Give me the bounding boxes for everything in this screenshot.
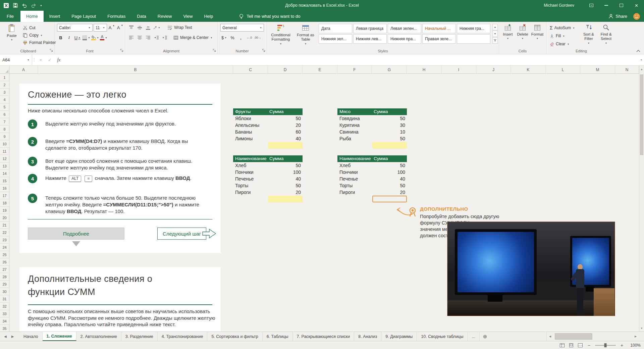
- row-header-12[interactable]: 12: [0, 155, 9, 162]
- zoom-level[interactable]: 100%: [628, 343, 641, 348]
- alignment-dialog-launcher[interactable]: [212, 48, 216, 52]
- bold-button[interactable]: B: [57, 34, 64, 41]
- expand-formula-bar-button[interactable]: ▼: [639, 54, 644, 65]
- scroll-up-button[interactable]: ▲: [639, 66, 644, 72]
- merge-center-button[interactable]: Merge & Center▼: [172, 34, 214, 41]
- row-header-3[interactable]: 3: [0, 89, 9, 96]
- next-step-button[interactable]: Следующий шаг: [157, 228, 206, 240]
- sheet-tab-5. Сортировка и фильтр[interactable]: 5. Сортировка и фильтр: [207, 332, 262, 341]
- zoom-slider[interactable]: [595, 345, 616, 346]
- tell-me-box[interactable]: Tell me what you want to do: [239, 11, 300, 22]
- answer-cell-yellow[interactable]: [268, 142, 303, 149]
- fill-button[interactable]: Fill▼: [548, 32, 566, 40]
- cell-style-option[interactable]: Левая граница: [353, 24, 387, 33]
- find-select-button[interactable]: Find & Select▼: [597, 24, 615, 44]
- sheet-tab-4. Транспонирование[interactable]: 4. Транспонирование: [158, 332, 208, 341]
- page-break-view-button[interactable]: [578, 343, 583, 348]
- row-header-10[interactable]: 10: [0, 140, 9, 148]
- insert-cells-button[interactable]: Insert▼: [500, 24, 515, 40]
- more-details-button[interactable]: Подробнее: [28, 228, 124, 240]
- autosum-button[interactable]: ΣAutoSum▼: [548, 24, 576, 32]
- underline-button[interactable]: U▼: [74, 34, 81, 41]
- sheet-tab-10. Сводные таблицы[interactable]: 10. Сводные таблицы: [417, 332, 468, 341]
- wrap-text-button[interactable]: Wrap Text: [166, 24, 194, 31]
- row-header-33[interactable]: 33: [0, 310, 9, 317]
- decrease-indent-button[interactable]: [153, 34, 160, 41]
- close-button[interactable]: ×: [629, 0, 644, 11]
- row-header-31[interactable]: 31: [0, 295, 9, 303]
- row-header-35[interactable]: 35: [0, 325, 9, 332]
- sheet-tab-2. Автозаполнение[interactable]: 2. Автозаполнение: [76, 332, 121, 341]
- sheet-tab-6. Таблицы[interactable]: 6. Таблицы: [263, 332, 293, 341]
- paste-dropdown-icon[interactable]: ▼: [11, 39, 13, 41]
- zoom-out-button[interactable]: −: [587, 343, 591, 348]
- undo-icon[interactable]: [22, 3, 27, 8]
- shrink-font-button[interactable]: A▼: [116, 24, 124, 32]
- row-header-29[interactable]: 29: [0, 281, 9, 288]
- fill-color-button[interactable]: ▼: [91, 34, 99, 41]
- answer-cell-yellow[interactable]: [372, 142, 407, 149]
- row-header-7[interactable]: 7: [0, 118, 9, 126]
- ribbon-tab-review[interactable]: Review: [152, 11, 178, 22]
- column-header-N[interactable]: N: [615, 66, 639, 73]
- row-header-9[interactable]: 9: [0, 133, 9, 140]
- gallery-down-button[interactable]: ▼: [492, 31, 498, 37]
- paste-button[interactable]: Paste ▼: [4, 24, 19, 41]
- column-header-M[interactable]: M: [580, 66, 615, 73]
- comma-style-button[interactable]: ,: [237, 34, 245, 41]
- scroll-down-button[interactable]: ▼: [639, 325, 644, 332]
- font-name-select[interactable]: Calibri▼: [57, 24, 93, 32]
- increase-indent-button[interactable]: [161, 34, 168, 41]
- number-format-select[interactable]: General▼: [220, 24, 264, 32]
- column-header-J[interactable]: J: [476, 66, 511, 73]
- copy-button[interactable]: Copy▼: [21, 32, 57, 39]
- qat-customize-icon[interactable]: ▼: [40, 4, 42, 7]
- ribbon-tab-insert[interactable]: Insert: [44, 11, 66, 22]
- row-header-14[interactable]: 14: [0, 170, 9, 177]
- row-header-6[interactable]: 6: [0, 111, 9, 118]
- increase-decimal-button[interactable]: ←.0: [246, 34, 253, 41]
- sheet-tab-Начало[interactable]: Начало: [19, 332, 43, 341]
- grow-font-button[interactable]: A▲: [108, 24, 115, 32]
- clear-button[interactable]: Clear▼: [548, 40, 571, 48]
- column-header-E[interactable]: E: [303, 66, 337, 73]
- sheet-tab-3. Разделение[interactable]: 3. Разделение: [121, 332, 158, 341]
- answer-cell-yellow[interactable]: [268, 196, 303, 202]
- align-top-button[interactable]: [127, 24, 135, 31]
- cell-style-option[interactable]: Нижняя лев...: [353, 34, 387, 44]
- row-header-24[interactable]: 24: [0, 244, 9, 251]
- align-center-button[interactable]: [136, 34, 143, 41]
- orientation-button[interactable]: ▼: [153, 24, 160, 31]
- format-cells-button[interactable]: Format▼: [530, 24, 545, 40]
- cell-style-option[interactable]: Начальный ...: [422, 24, 456, 33]
- ribbon-display-options-button[interactable]: [584, 0, 599, 11]
- column-header-A[interactable]: A: [9, 66, 38, 73]
- formula-input[interactable]: [63, 54, 639, 65]
- delete-cells-button[interactable]: Delete▼: [515, 24, 530, 40]
- ribbon-tab-page-layout[interactable]: Page Layout: [66, 11, 102, 22]
- row-header-13[interactable]: 13: [0, 162, 9, 170]
- row-header-28[interactable]: 28: [0, 273, 9, 281]
- horizontal-scrollbar[interactable]: ◀ ▶: [546, 332, 639, 341]
- align-middle-button[interactable]: [136, 24, 143, 31]
- borders-button[interactable]: ▼: [82, 34, 90, 41]
- cell-style-option[interactable]: Нижняя зел...: [319, 34, 352, 44]
- column-header-I[interactable]: I: [441, 66, 476, 73]
- accounting-format-button[interactable]: $▼: [220, 34, 228, 41]
- number-dialog-launcher[interactable]: [262, 48, 266, 52]
- insert-function-button[interactable]: fx: [54, 54, 63, 65]
- column-header-D[interactable]: D: [268, 66, 303, 73]
- collapse-ribbon-button[interactable]: [636, 49, 641, 53]
- embedded-video[interactable]: [447, 221, 615, 316]
- redo-icon[interactable]: [31, 3, 36, 8]
- sheet-nav-prev-button[interactable]: ◀: [4, 335, 7, 338]
- row-header-25[interactable]: 25: [0, 251, 9, 258]
- row-header-23[interactable]: 23: [0, 236, 9, 244]
- cell-style-option[interactable]: Нижняя пра...: [388, 34, 421, 44]
- row-header-19[interactable]: 19: [0, 207, 9, 214]
- row-header-15[interactable]: 15: [0, 177, 9, 185]
- minimize-button[interactable]: [599, 0, 614, 11]
- font-color-button[interactable]: A▼: [100, 34, 107, 41]
- cell-style-option[interactable]: Правая зеле...: [422, 34, 456, 44]
- row-header-17[interactable]: 17: [0, 192, 9, 199]
